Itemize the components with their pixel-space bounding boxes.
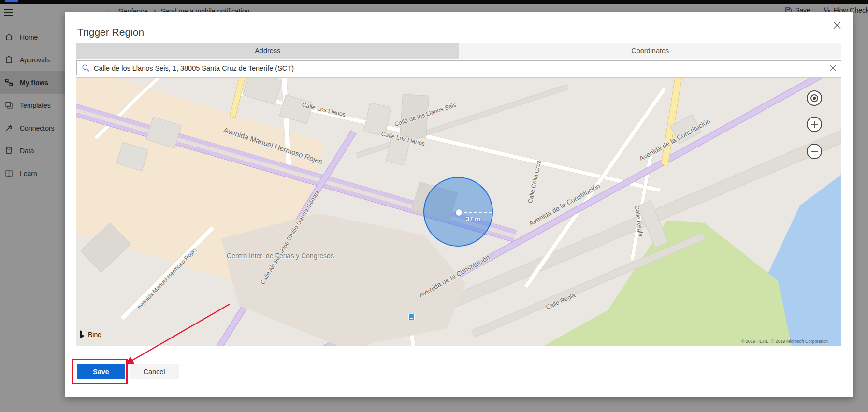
geofence-center-dot[interactable] [456, 209, 462, 216]
geofence-radius-line [464, 212, 492, 213]
locate-me-button[interactable] [807, 90, 822, 106]
geofence-radius-label: 37 m [466, 215, 480, 222]
map-copyright: © 2019 HERE, © 2019 Microsoft Corporatio… [741, 339, 828, 344]
bus-stop-marker[interactable] [408, 314, 415, 320]
tab-bar: Address Coordinates [76, 43, 841, 59]
dialog-title: Trigger Region [77, 27, 144, 38]
search-icon [82, 64, 90, 72]
bing-map[interactable]: Calle Los Llanos Calle de los Llanos Sei… [76, 77, 841, 346]
trigger-region-dialog: Trigger Region Address Coordinates [65, 12, 853, 397]
cancel-button[interactable]: Cancel [130, 364, 179, 379]
close-icon[interactable] [832, 20, 842, 30]
minus-icon [810, 147, 819, 156]
tab-address[interactable]: Address [76, 43, 459, 59]
address-search-input[interactable] [94, 64, 830, 72]
tab-coordinates[interactable]: Coordinates [459, 43, 842, 59]
locate-icon [810, 94, 819, 103]
road-yellow [229, 77, 246, 118]
browser-tab-indicator [5, 0, 18, 2]
geofence-circle[interactable]: 37 m [423, 177, 493, 247]
address-search-box [76, 60, 841, 75]
plus-icon [810, 120, 819, 129]
bing-icon [80, 330, 86, 338]
poi-label-centro-ferias: Centro Inter. de Ferias y Congresos [227, 252, 334, 260]
clear-search-icon[interactable] [830, 65, 836, 71]
save-button[interactable]: Save [77, 364, 125, 379]
map-area-park [531, 213, 801, 346]
browser-top-strip [0, 0, 868, 4]
street-label: Calle Celia Cruz [527, 160, 542, 204]
zoom-in-button[interactable] [807, 117, 822, 132]
bing-logo: Bing [80, 330, 101, 338]
zoom-out-button[interactable] [807, 144, 822, 159]
